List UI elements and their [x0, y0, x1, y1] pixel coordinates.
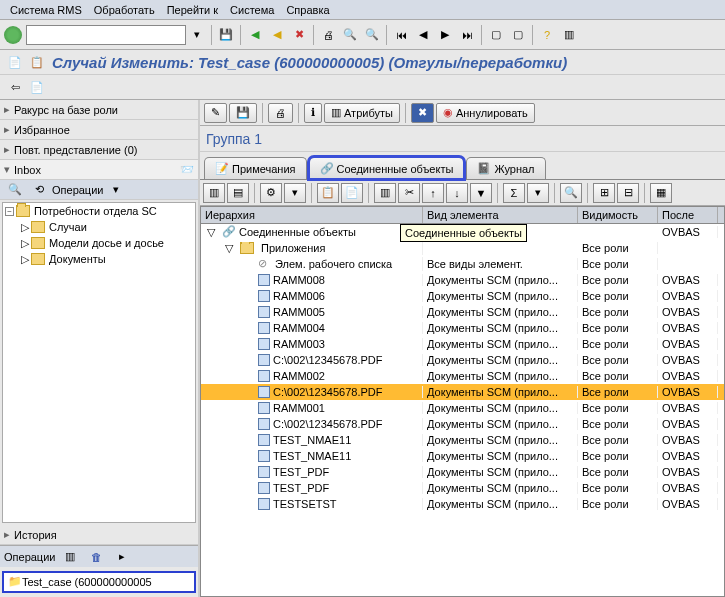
tab-journal[interactable]: 📓Журнал: [466, 157, 545, 179]
tree-root[interactable]: −Потребности отдела SC: [3, 203, 195, 219]
grid-btn-1-icon[interactable]: ▥: [203, 183, 225, 203]
grid-dropdown-icon[interactable]: ▾: [284, 183, 306, 203]
col-type[interactable]: Вид элемента: [423, 207, 578, 223]
grid-row[interactable]: TESTSETSTДокументы SCM (прило...Все роли…: [201, 496, 724, 512]
grid-row[interactable]: RAMM001Документы SCM (прило...Все ролиOV…: [201, 400, 724, 416]
grid-row[interactable]: RAMM002Документы SCM (прило...Все ролиOV…: [201, 368, 724, 384]
grid-row[interactable]: ⊘Элем. рабочего спискаВсе виды элемент.В…: [201, 256, 724, 272]
notes-icon: 📝: [215, 162, 229, 175]
favorites-row[interactable]: ▸Избранное: [0, 120, 198, 140]
selected-case[interactable]: 📁 Test_case (600000000005: [2, 571, 196, 593]
print-button[interactable]: 🖨: [268, 103, 293, 123]
grid-col-icon[interactable]: ▥: [374, 183, 396, 203]
grid-row[interactable]: TEST_NMAE11Документы SCM (прило...Все ро…: [201, 448, 724, 464]
col-hierarchy[interactable]: Иерархия: [201, 207, 423, 223]
hierarchy-grid[interactable]: Иерархия Вид элемента Видимость После ▽🔗…: [200, 206, 725, 597]
save-button[interactable]: 💾: [229, 103, 257, 123]
tree-models[interactable]: ▷Модели досье и досье: [3, 235, 195, 251]
back-icon[interactable]: ◀: [245, 25, 265, 45]
tree-docs[interactable]: ▷Документы: [3, 251, 195, 267]
next-page-icon[interactable]: ▶: [435, 25, 455, 45]
cancel-icon[interactable]: ✖: [289, 25, 309, 45]
col-after[interactable]: После: [658, 207, 718, 223]
repeat-view-row[interactable]: ▸Повт. представление (0): [0, 140, 198, 160]
rakurs-row[interactable]: ▸Ракурс на базе роли: [0, 100, 198, 120]
grid-row[interactable]: ▽ПриложенияВсе роли: [201, 240, 724, 256]
expand-icon[interactable]: ▽: [207, 226, 219, 239]
enter-icon[interactable]: [4, 26, 22, 44]
menu-system-rms[interactable]: Система RMS: [4, 4, 88, 16]
menu-goto[interactable]: Перейти к: [161, 4, 224, 16]
row-name-label: Приложения: [261, 242, 325, 254]
cell-name: RAMM004: [201, 322, 423, 334]
grid-sumdd-icon[interactable]: ▾: [527, 183, 549, 203]
grid-settings-icon[interactable]: ⚙: [260, 183, 282, 203]
expand-icon[interactable]: ▽: [225, 242, 237, 255]
help-icon[interactable]: ?: [537, 25, 557, 45]
find-next-icon[interactable]: 🔍: [362, 25, 382, 45]
menu-help[interactable]: Справка: [280, 4, 335, 16]
grid-row[interactable]: TEST_NMAE11Документы SCM (прило...Все ро…: [201, 432, 724, 448]
grid-up-icon[interactable]: ↑: [422, 183, 444, 203]
edit-icon[interactable]: ✎: [204, 103, 227, 123]
nav-doc-icon[interactable]: 📄: [27, 77, 47, 97]
new-session-icon[interactable]: ▢: [486, 25, 506, 45]
grid-row[interactable]: TEST_PDFДокументы SCM (прило...Все ролиO…: [201, 480, 724, 496]
grid-expand-icon[interactable]: ⊞: [593, 183, 615, 203]
tab-journal-label: Журнал: [494, 163, 534, 175]
prev-page-icon[interactable]: ◀: [413, 25, 433, 45]
find-icon[interactable]: 🔍: [5, 180, 25, 200]
command-field[interactable]: [26, 25, 186, 45]
grid-row[interactable]: C:\002\12345678.PDFДокументы SCM (прило.…: [201, 352, 724, 368]
left-tree[interactable]: −Потребности отдела SC ▷Случаи ▷Модели д…: [2, 202, 196, 523]
cell-vis: Все роли: [578, 434, 658, 446]
refresh-icon[interactable]: ⟲: [29, 180, 49, 200]
shortcut-icon[interactable]: ▢: [508, 25, 528, 45]
info-button[interactable]: ℹ: [304, 103, 322, 123]
first-page-icon[interactable]: ⏮: [391, 25, 411, 45]
grid-row[interactable]: RAMM005Документы SCM (прило...Все ролиOV…: [201, 304, 724, 320]
attributes-button[interactable]: ▥Атрибуты: [324, 103, 400, 123]
layout-icon[interactable]: ▥: [559, 25, 579, 45]
annul-button[interactable]: ◉Аннулировать: [436, 103, 535, 123]
grid-paste-icon[interactable]: 📄: [341, 183, 363, 203]
inbox-action-icon[interactable]: 📨: [180, 163, 194, 177]
grid-row[interactable]: RAMM004Документы SCM (прило...Все ролиOV…: [201, 320, 724, 336]
grid-copy-icon[interactable]: 📋: [317, 183, 339, 203]
menu-process[interactable]: Обработать: [88, 4, 161, 16]
close-button[interactable]: ✖: [411, 103, 434, 123]
rakurs-label: Ракурс на базе роли: [14, 104, 118, 116]
grid-row[interactable]: TEST_PDFДокументы SCM (прило...Все ролиO…: [201, 464, 724, 480]
grid-btn-2-icon[interactable]: ▤: [227, 183, 249, 203]
tab-notes[interactable]: 📝Примечания: [204, 157, 307, 179]
delete-icon[interactable]: 🗑: [86, 547, 106, 567]
grid-row[interactable]: RAMM006Документы SCM (прило...Все ролиOV…: [201, 288, 724, 304]
grid-row[interactable]: RAMM008Документы SCM (прило...Все ролиOV…: [201, 272, 724, 288]
save-icon[interactable]: 💾: [216, 25, 236, 45]
grid-collapse-icon[interactable]: ⊟: [617, 183, 639, 203]
tab-linked-objects[interactable]: 🔗Соединенные объекты: [309, 157, 465, 179]
last-page-icon[interactable]: ⏭: [457, 25, 477, 45]
tree-cases[interactable]: ▷Случаи: [3, 219, 195, 235]
nav-back-icon[interactable]: ⇦: [5, 77, 25, 97]
grid-down-icon[interactable]: ↓: [446, 183, 468, 203]
grid-sum-icon[interactable]: Σ: [503, 183, 525, 203]
dropdown-icon[interactable]: ▾: [187, 25, 207, 45]
print-icon[interactable]: 🖨: [318, 25, 338, 45]
grid-find-icon[interactable]: 🔍: [560, 183, 582, 203]
grid-row[interactable]: C:\002\12345678.PDFДокументы SCM (прило.…: [201, 416, 724, 432]
grid-layout-icon[interactable]: ▦: [650, 183, 672, 203]
grid-row[interactable]: RAMM003Документы SCM (прило...Все ролиOV…: [201, 336, 724, 352]
history-row[interactable]: ▸История: [0, 525, 198, 545]
inbox-row[interactable]: ▾Inbox📨: [0, 160, 198, 180]
grid-cut-icon[interactable]: ✂: [398, 183, 420, 203]
grid-filter-icon[interactable]: ▼: [470, 183, 492, 203]
col-visibility[interactable]: Видимость: [578, 207, 658, 223]
menu-system[interactable]: Система: [224, 4, 280, 16]
ops2-arrow-icon[interactable]: ▸: [112, 547, 132, 567]
ops2-menu-icon[interactable]: ▥: [60, 547, 80, 567]
grid-row[interactable]: C:\002\12345678.PDFДокументы SCM (прило.…: [201, 384, 724, 400]
exit-icon[interactable]: ◀: [267, 25, 287, 45]
find-icon[interactable]: 🔍: [340, 25, 360, 45]
ops-menu-icon[interactable]: ▾: [106, 180, 126, 200]
